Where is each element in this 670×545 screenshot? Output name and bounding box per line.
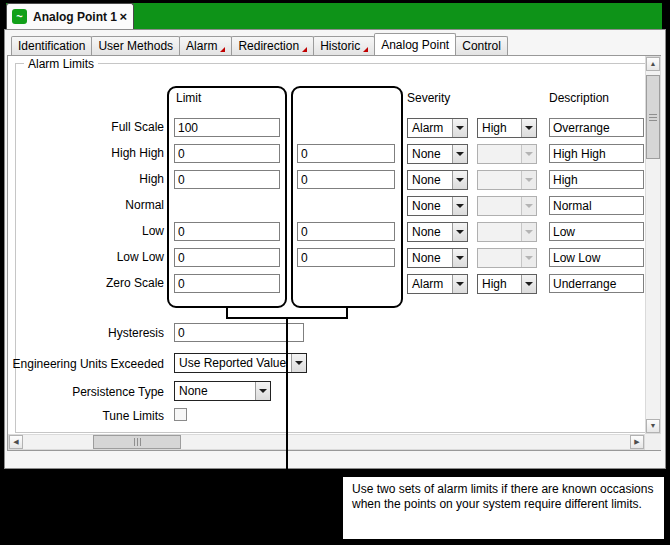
severity-value	[478, 171, 521, 189]
low-limit-1-input[interactable]	[174, 222, 280, 241]
annotation-note: Use two sets of alarm limits if there ar…	[343, 477, 664, 539]
severity-column-header: Severity	[407, 91, 450, 105]
low-low-limit-2-input[interactable]	[297, 248, 395, 267]
full-scale-limit-1-input[interactable]	[174, 118, 280, 137]
high-high-severity-1-dropdown[interactable]: None	[407, 144, 468, 164]
scrollbar-corner	[645, 434, 661, 450]
severity-value: None	[408, 249, 452, 267]
dropdown-arrow-icon	[521, 275, 536, 293]
description-column-header: Description	[549, 91, 609, 105]
tab-analog-point[interactable]: Analog Point	[374, 33, 456, 55]
close-icon[interactable]: ×	[119, 9, 127, 24]
dropdown-arrow-icon	[452, 119, 467, 137]
dropdown-arrow-icon	[452, 249, 467, 267]
row-label-normal: Normal	[7, 198, 164, 213]
screen: ~ Analog Point 1 × Identification User M…	[0, 0, 670, 545]
severity-value	[478, 249, 521, 267]
row-label-low: Low	[7, 224, 164, 239]
eu-exceeded-value: Use Reported Value	[175, 354, 291, 372]
scroll-down-icon[interactable]: ▼	[646, 419, 660, 433]
normal-description-input[interactable]	[549, 196, 644, 215]
low-low-limit-1-input[interactable]	[174, 248, 280, 267]
dropdown-arrow-icon	[452, 171, 467, 189]
dropdown-arrow-icon	[255, 382, 270, 400]
low-severity-1-dropdown[interactable]: None	[407, 222, 468, 242]
dropdown-arrow-icon	[452, 145, 467, 163]
tab-identification[interactable]: Identification	[11, 36, 92, 55]
normal-severity-1-dropdown[interactable]: None	[407, 196, 468, 216]
scroll-left-icon[interactable]: ◀	[9, 435, 23, 449]
tab-historic[interactable]: Historic	[313, 36, 375, 55]
zero-scale-severity-1-dropdown[interactable]: Alarm	[407, 274, 468, 294]
tab-label: Analog Point	[381, 38, 449, 52]
zero-scale-severity-2-dropdown[interactable]: High	[477, 274, 537, 294]
dropdown-arrow-icon	[521, 171, 536, 189]
document-tab[interactable]: ~ Analog Point 1 ×	[6, 3, 134, 29]
low-description-input[interactable]	[549, 222, 644, 241]
low-limit-2-input[interactable]	[297, 222, 395, 241]
tab-redirection[interactable]: Redirection	[231, 36, 314, 55]
normal-severity-2-dropdown	[477, 196, 537, 216]
high-severity-1-dropdown[interactable]: None	[407, 170, 468, 190]
tab-alarm[interactable]: Alarm	[179, 36, 232, 55]
high-severity-2-dropdown	[477, 170, 537, 190]
tab-label: Control	[462, 39, 501, 53]
row-label-low-low: Low Low	[7, 250, 164, 265]
severity-value: Alarm	[408, 275, 452, 293]
severity-value	[478, 145, 521, 163]
tab-user-methods[interactable]: User Methods	[91, 36, 180, 55]
tab-label: User Methods	[98, 39, 173, 53]
modified-indicator	[220, 47, 225, 52]
horizontal-scrollbar[interactable]: ◀ ▶	[8, 434, 645, 450]
high-high-limit-1-input[interactable]	[174, 144, 280, 163]
scroll-right-icon[interactable]: ▶	[630, 435, 644, 449]
full-scale-description-input[interactable]	[549, 118, 644, 137]
row-label-zero-scale: Zero Scale	[7, 276, 164, 291]
dropdown-arrow-icon	[521, 145, 536, 163]
persistence-type-label: Persistence Type	[7, 385, 164, 400]
severity-value: None	[408, 145, 452, 163]
tab-label: Identification	[18, 39, 85, 53]
hysteresis-input[interactable]	[174, 323, 304, 342]
horizontal-scroll-thumb[interactable]	[93, 435, 181, 449]
high-high-limit-2-input[interactable]	[297, 144, 395, 163]
full-scale-severity-1-dropdown[interactable]: Alarm	[407, 118, 468, 138]
tab-label: Historic	[320, 39, 360, 53]
severity-value: None	[408, 197, 452, 215]
tab-control[interactable]: Control	[455, 36, 508, 55]
tab-label: Redirection	[238, 39, 299, 53]
dropdown-arrow-icon	[521, 119, 536, 137]
full-scale-severity-2-dropdown[interactable]: High	[477, 118, 537, 138]
high-limit-2-input[interactable]	[297, 170, 395, 189]
low-low-severity-2-dropdown	[477, 248, 537, 268]
severity-value: High	[478, 275, 521, 293]
modified-indicator	[302, 47, 307, 52]
severity-value: High	[478, 119, 521, 137]
low-low-description-input[interactable]	[549, 248, 644, 267]
high-limit-1-input[interactable]	[174, 170, 280, 189]
zero-scale-limit-1-input[interactable]	[174, 274, 280, 293]
tab-label: Alarm	[186, 39, 217, 53]
row-label-full-scale: Full Scale	[7, 120, 164, 135]
zero-scale-description-input[interactable]	[549, 274, 644, 293]
vertical-scroll-thumb[interactable]	[646, 75, 660, 159]
modified-indicator	[363, 47, 368, 52]
row-label-high: High	[7, 172, 164, 187]
dropdown-arrow-icon	[452, 223, 467, 241]
eu-exceeded-dropdown[interactable]: Use Reported Value	[174, 353, 307, 373]
severity-value	[478, 197, 521, 215]
high-high-description-input[interactable]	[549, 144, 644, 163]
dropdown-arrow-icon	[521, 197, 536, 215]
eu-exceeded-label: Engineering Units Exceeded	[7, 357, 164, 372]
scroll-up-icon[interactable]: ▲	[646, 57, 660, 71]
persistence-type-value: None	[175, 382, 255, 400]
high-description-input[interactable]	[549, 170, 644, 189]
persistence-type-dropdown[interactable]: None	[174, 381, 271, 401]
dropdown-arrow-icon	[521, 249, 536, 267]
severity-value	[478, 223, 521, 241]
low-severity-2-dropdown	[477, 222, 537, 242]
severity-value: Alarm	[408, 119, 452, 137]
vertical-scrollbar[interactable]: ▲ ▼	[645, 56, 661, 434]
low-low-severity-1-dropdown[interactable]: None	[407, 248, 468, 268]
tune-limits-checkbox[interactable]	[174, 408, 187, 421]
